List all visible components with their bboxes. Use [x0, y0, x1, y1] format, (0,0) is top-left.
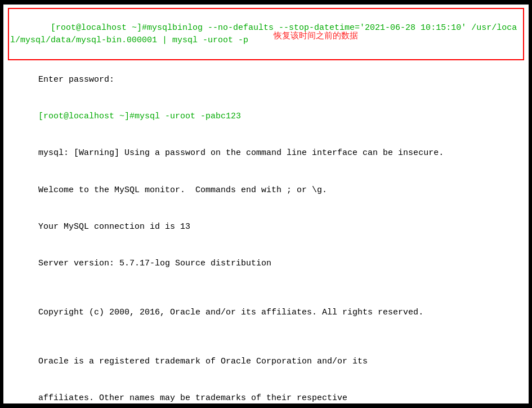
highlighted-command-block: [root@localhost ~]#mysqlbinlog --no-defa…	[8, 8, 524, 60]
welcome-text: Welcome to the MySQL monitor. Commands e…	[38, 185, 327, 195]
server-version-text: Server version: 5.7.17-log Source distri…	[38, 259, 271, 268]
server-version-line: Server version: 5.7.17-log Source distri…	[8, 245, 524, 282]
copyright-text: Copyright (c) 2000, 2016, Oracle and/or …	[38, 308, 423, 317]
oracle-text-1: Oracle is a registered trademark of Orac…	[38, 357, 368, 366]
oracle-line-1: Oracle is a registered trademark of Orac…	[8, 343, 524, 380]
warning-text: mysql: [Warning] Using a password on the…	[38, 148, 444, 158]
prompt-green: [root@localhost ~]#mysqlbinlog --no-defa…	[10, 23, 517, 45]
copyright-line: Copyright (c) 2000, 2016, Oracle and/or …	[8, 294, 524, 331]
enter-password-text: Enter password:	[38, 75, 114, 85]
connection-id-line: Your MySQL connection id is 13	[8, 209, 524, 245]
annotation-text: 恢复该时间之前的数据	[274, 30, 358, 41]
terminal-content: [root@localhost ~]#mysqlbinlog --no-defa…	[3, 5, 529, 403]
oracle-line-2: affiliates. Other names may be trademark…	[8, 380, 524, 409]
login-command-line: [root@localhost ~]#mysql -uroot -pabc123	[8, 98, 524, 135]
blank-line-1	[8, 282, 524, 295]
blank-line-2	[8, 331, 524, 344]
connection-id-text: Your MySQL connection id is 13	[38, 222, 190, 232]
login-prompt: [root@localhost ~]#mysql -uroot -pabc123	[38, 112, 241, 121]
enter-password-line: Enter password:	[8, 61, 524, 98]
warning-line: mysql: [Warning] Using a password on the…	[8, 135, 524, 172]
oracle-text-2: affiliates. Other names may be trademark…	[38, 393, 347, 403]
terminal-window: [root@localhost ~]#mysqlbinlog --no-defa…	[0, 0, 532, 408]
command-line: [root@localhost ~]#mysqlbinlog --no-defa…	[10, 23, 517, 57]
welcome-line: Welcome to the MySQL monitor. Commands e…	[8, 172, 524, 209]
